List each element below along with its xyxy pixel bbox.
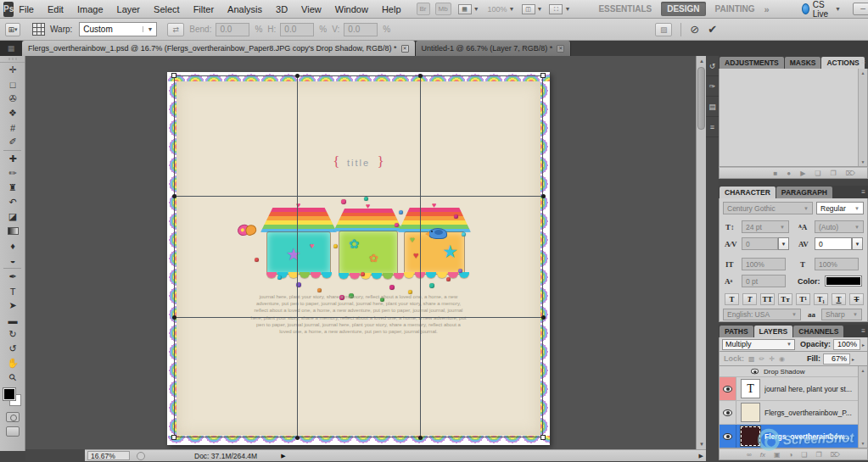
layer-style-icon[interactable]: fx: [760, 451, 765, 459]
tab-channels[interactable]: CHANNELS: [793, 326, 843, 337]
char-style-button-2[interactable]: TT: [760, 293, 775, 305]
close-tab-icon[interactable]: ✕: [401, 45, 409, 53]
layer-effect-row[interactable]: Drop Shadow: [720, 366, 867, 377]
panel-menu-icon[interactable]: ≡: [861, 58, 865, 66]
adjustment-layer-icon[interactable]: ◑: [789, 451, 793, 459]
history-brush-tool[interactable]: ↶: [0, 195, 25, 209]
tab-actions[interactable]: ACTIONS: [821, 57, 864, 69]
status-zoom-field[interactable]: 16.67%: [87, 451, 130, 460]
workspace-design[interactable]: DESIGN: [661, 2, 705, 16]
screen-mode-button[interactable]: ⛶▼: [549, 3, 570, 15]
brush-presets-panel-icon[interactable]: ▤: [706, 97, 719, 117]
tab-adjustments[interactable]: ADJUSTMENTS: [720, 57, 784, 69]
menu-file[interactable]: File: [19, 4, 34, 14]
layer-thumbnail[interactable]: [741, 426, 760, 446]
tabbar-grip-icon[interactable]: ▦: [0, 41, 22, 56]
blur-tool[interactable]: ♦: [0, 238, 25, 253]
tab-paths[interactable]: PATHS: [720, 326, 753, 337]
horizontal-scale-field[interactable]: 100%: [815, 258, 859, 270]
layer-thumbnail[interactable]: [741, 403, 760, 422]
panel-menu-icon[interactable]: ≡: [861, 327, 865, 335]
clone-stamp-tool[interactable]: ♜: [0, 181, 25, 195]
hand-tool[interactable]: ✋: [0, 356, 25, 370]
record-icon[interactable]: ●: [787, 170, 791, 177]
minimize-button[interactable]: ─: [853, 3, 868, 15]
menu-help[interactable]: Help: [382, 4, 401, 14]
arrange-documents-button[interactable]: ◫▼: [522, 3, 543, 15]
menu-layer[interactable]: Layer: [117, 4, 141, 14]
path-selection-tool[interactable]: ➤: [0, 298, 25, 313]
h-field[interactable]: 0.0: [280, 23, 314, 36]
scrollbar-thumb[interactable]: [697, 67, 705, 130]
menu-image[interactable]: Image: [77, 4, 104, 14]
delete-icon[interactable]: ⌦: [846, 170, 855, 177]
actions-scrollbar[interactable]: ▲▼: [858, 69, 867, 166]
fill-field[interactable]: 67%: [823, 353, 850, 365]
menu-select[interactable]: Select: [154, 4, 180, 14]
tracking-field[interactable]: 0: [815, 237, 852, 250]
menu-filter[interactable]: Filter: [193, 4, 214, 14]
crop-tool[interactable]: #: [0, 120, 25, 135]
vertical-scale-field[interactable]: 100%: [742, 258, 786, 270]
screen-mode-toggle[interactable]: [6, 426, 20, 437]
type-tool[interactable]: T: [0, 284, 25, 298]
warp-style-select[interactable]: Custom▼: [79, 22, 157, 36]
zoom-tool[interactable]: ⚲: [0, 370, 25, 385]
opacity-field[interactable]: 100%: [833, 339, 860, 350]
layer-row-selected[interactable]: Flergs_overtherainbow...: [720, 425, 867, 448]
toggle-warp-mode-button[interactable]: ▨: [655, 23, 672, 36]
font-size-field[interactable]: 24 pt▼: [742, 220, 789, 233]
shape-tool[interactable]: ▬: [0, 313, 25, 327]
foreground-color-swatch[interactable]: [3, 388, 15, 400]
document-tab-2[interactable]: Untitled-1 @ 66.7% (Layer 7, RGB/8) * ✕: [416, 41, 572, 56]
workspace-overflow-chevron[interactable]: »: [761, 4, 773, 14]
brush-tool[interactable]: ✏: [0, 166, 25, 181]
tab-layers[interactable]: LAYERS: [754, 326, 793, 337]
healing-brush-tool[interactable]: ✚: [0, 152, 25, 166]
document-tab-1[interactable]: Flergs_overtherainbow_1.psd @ 16.7% (Fle…: [22, 41, 416, 56]
menu-edit[interactable]: Edit: [48, 4, 64, 14]
quick-selection-tool[interactable]: ❖: [0, 106, 25, 120]
bend-field[interactable]: 0.0: [216, 23, 249, 36]
tool-preset-picker[interactable]: ⊞▾: [5, 23, 20, 36]
dodge-tool[interactable]: ◒: [0, 253, 25, 267]
stop-icon[interactable]: ■: [774, 170, 778, 177]
move-tool[interactable]: ✛: [0, 63, 25, 77]
canvas[interactable]: { title } ♥ ★ ♥ ♥ ✿ ✿ ♥: [167, 72, 550, 445]
kerning-field[interactable]: 0: [742, 237, 778, 250]
visibility-toggle[interactable]: [720, 401, 736, 424]
text-layer-thumbnail[interactable]: T: [741, 379, 760, 398]
visibility-toggle[interactable]: [720, 425, 736, 448]
language-select[interactable]: English: USA▼: [723, 309, 801, 320]
history-panel-icon[interactable]: ↺: [706, 56, 719, 76]
3d-orbit-tool[interactable]: ↺: [0, 342, 25, 356]
visibility-toggle[interactable]: [720, 377, 736, 400]
warp-orientation-button[interactable]: ⇄: [167, 23, 184, 36]
tool-presets-panel-icon[interactable]: ✑: [706, 76, 719, 97]
kerning-dropdown[interactable]: ▼: [778, 237, 789, 250]
blend-mode-select[interactable]: Multiply▼: [722, 339, 795, 350]
char-style-button-7[interactable]: Ŧ: [849, 293, 864, 305]
new-action-icon[interactable]: ❐: [831, 170, 837, 177]
bridge-button[interactable]: Br: [417, 3, 430, 15]
lasso-tool[interactable]: ✇: [0, 92, 25, 106]
quick-mask-button[interactable]: [6, 412, 20, 422]
baseline-shift-field[interactable]: 0 pt: [742, 275, 786, 287]
char-style-button-1[interactable]: T: [742, 293, 757, 305]
workspace-essentials[interactable]: ESSENTIALS: [592, 2, 658, 16]
layer-row-paper[interactable]: Flergs_overtherainbow_P...: [720, 401, 867, 425]
menu-analysis[interactable]: Analysis: [227, 4, 262, 14]
char-style-button-0[interactable]: T: [725, 293, 739, 305]
tab-character[interactable]: CHARACTER: [720, 186, 776, 198]
eyedropper-tool[interactable]: ✐: [0, 135, 25, 149]
eraser-tool[interactable]: ◪: [0, 209, 25, 224]
char-style-button-6[interactable]: T: [832, 293, 846, 305]
layer-mask-icon[interactable]: ▣: [774, 451, 781, 459]
lock-icons[interactable]: ▩✏✛◉: [748, 355, 785, 363]
status-menu-arrow[interactable]: ▶: [281, 453, 285, 459]
char-style-button-3[interactable]: Tт: [778, 293, 792, 305]
workspace-painting[interactable]: PAINTING: [709, 2, 761, 16]
view-extras-button[interactable]: ▦▼: [458, 3, 479, 15]
new-group-icon[interactable]: ❏: [801, 451, 807, 459]
app-zoom-control[interactable]: 100%▼: [488, 5, 515, 14]
